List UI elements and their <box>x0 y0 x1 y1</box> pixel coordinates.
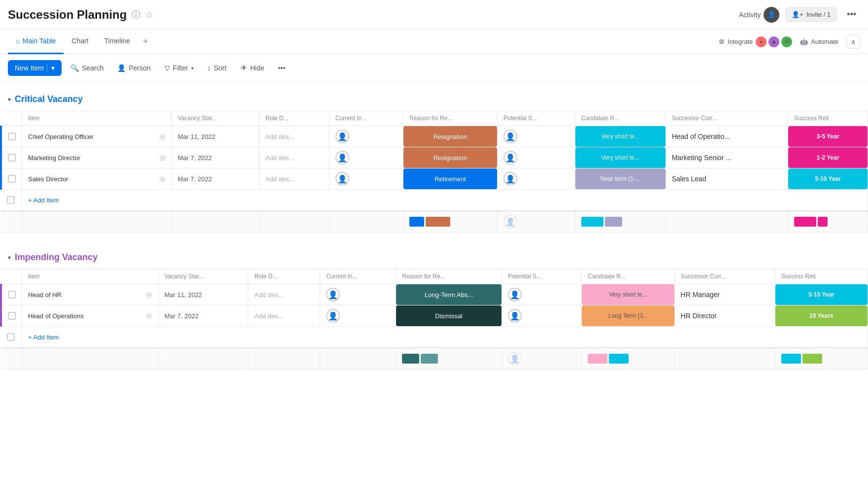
col-successor-curr: Successor Curr... <box>666 111 788 126</box>
invite-icon: 👤+ <box>792 11 803 18</box>
group-title-impending[interactable]: Impending Vacancy <box>15 252 98 263</box>
col-vacancy-start: Vacancy Star... <box>158 269 248 284</box>
star-icon[interactable]: ☆ <box>145 9 153 20</box>
summary-role <box>248 348 320 369</box>
impending-table: Item Vacancy Star... Role D... Current I… <box>0 268 868 369</box>
add-subitem-icon[interactable]: ⊕ <box>146 311 152 321</box>
row-checkbox[interactable] <box>7 333 15 341</box>
sort-button[interactable]: ↕ Sort <box>202 61 232 75</box>
success-reti-cell: 3-5 Year <box>788 126 868 147</box>
success-reti-badge[interactable]: 5-10 Year <box>775 284 868 305</box>
hide-label: Hide <box>250 64 265 72</box>
reason-cell: Dismissal <box>396 305 502 327</box>
new-item-button[interactable]: New Item ▾ <box>8 60 62 76</box>
group-header-critical: ▾ Critical Vacancy <box>0 90 868 110</box>
add-item-button[interactable]: + Add Item <box>22 197 868 204</box>
person-button[interactable]: 👤 Person <box>112 61 155 75</box>
home-icon: ⌂ <box>16 37 20 45</box>
reason-badge[interactable]: Dismissal <box>396 305 501 326</box>
activity-button[interactable]: Activity 👤 <box>739 7 779 23</box>
filter-label: Filter <box>173 64 188 72</box>
row-checkbox[interactable] <box>8 133 16 140</box>
group-collapse-critical[interactable]: ▾ <box>8 96 11 103</box>
role-desc[interactable]: Add des... <box>266 133 295 140</box>
success-reti-badge[interactable]: 1-2 Year <box>788 147 868 168</box>
success-reti-cell: 5-10 Year <box>788 168 868 190</box>
row-checkbox[interactable] <box>7 196 15 204</box>
add-subitem-icon[interactable]: ⊕ <box>159 153 166 163</box>
add-subitem-icon[interactable]: ⊕ <box>159 132 166 141</box>
col-candidate-r: Candidate R... <box>582 269 674 284</box>
candidate-badge[interactable]: Very short te... <box>582 284 674 305</box>
table-row: Head of Operations ⊕ Mar 7, 2022 Add des… <box>1 305 868 327</box>
current-in-cell: 👤 <box>329 126 403 147</box>
int-icon-2: ◆ <box>768 36 779 47</box>
hide-button[interactable]: 👁 Hide <box>235 61 269 75</box>
potential-person: 👤 <box>508 288 522 302</box>
filter-icon: ▽ <box>165 64 170 72</box>
check-cell <box>1 126 22 147</box>
add-item-button[interactable]: + Add Item <box>22 334 868 341</box>
filter-button[interactable]: ▽ Filter ▾ <box>160 61 199 75</box>
row-checkbox[interactable] <box>8 312 16 320</box>
success-reti-badge[interactable]: 10 Years <box>775 305 868 326</box>
potential-s-cell: 👤 <box>497 147 575 168</box>
table-row: Sales Director ⊕ Mar 7, 2022 Add des... … <box>1 168 868 190</box>
tab-bar-left: ⌂ Main Table Chart Timeline + <box>8 30 719 54</box>
tab-main-table[interactable]: ⌂ Main Table <box>8 30 64 54</box>
potential-s-cell: 👤 <box>497 126 575 147</box>
success-reti-badge[interactable]: 3-5 Year <box>788 126 868 147</box>
mini-badge <box>781 354 801 364</box>
search-button[interactable]: 🔍 Search <box>66 61 108 75</box>
summary-candidate <box>582 348 674 369</box>
summary-row: 👤 <box>1 348 868 369</box>
row-checkbox[interactable] <box>8 175 16 183</box>
tab-chart[interactable]: Chart <box>64 30 96 54</box>
role-desc[interactable]: Add des... <box>266 154 295 162</box>
col-success-reti: Success Reti <box>775 269 868 284</box>
add-subitem-icon[interactable]: ⊕ <box>146 290 152 300</box>
candidate-r-cell: Very short te... <box>582 284 674 305</box>
role-desc[interactable]: Add des... <box>266 175 295 183</box>
hide-icon: 👁 <box>240 64 247 72</box>
invite-button[interactable]: 👤+ Invite / 1 <box>785 7 837 22</box>
group-collapse-impending[interactable]: ▾ <box>8 254 11 261</box>
avatar: 👤 <box>764 7 779 23</box>
tab-timeline[interactable]: Timeline <box>97 30 138 54</box>
tab-bar: ⌂ Main Table Chart Timeline + ⚙ Integrat… <box>0 30 868 54</box>
group-title-critical[interactable]: Critical Vacancy <box>15 94 83 104</box>
candidate-summary-badges <box>581 217 622 227</box>
integrate-button[interactable]: ⚙ Integrate ● ◆ M <box>719 36 792 47</box>
current-in-cell: 👤 <box>320 305 396 327</box>
info-icon[interactable]: ⓘ <box>132 9 140 21</box>
col-check <box>1 269 22 284</box>
candidate-badge[interactable]: Very short te... <box>575 126 666 147</box>
candidate-badge[interactable]: Long Term (3... <box>582 305 674 326</box>
success-reti-badge[interactable]: 5-10 Year <box>788 168 868 189</box>
collapse-button[interactable]: ∧ <box>846 35 860 49</box>
critical-header-row: Item Vacancy Star... Role D... Current I… <box>1 111 868 126</box>
role-desc[interactable]: Add des... <box>254 312 283 320</box>
reason-badge[interactable]: Long-Term Abs... <box>396 284 501 305</box>
row-checkbox[interactable] <box>8 291 16 299</box>
col-reason: Reason for Re... <box>403 111 498 126</box>
col-potential-s: Potential S... <box>497 111 575 126</box>
content-area: ▾ Critical Vacancy Item Vacancy Star... … <box>0 82 868 393</box>
automate-button[interactable]: 🤖 Automate <box>800 38 838 45</box>
add-subitem-icon[interactable]: ⊕ <box>159 174 166 184</box>
reason-badge[interactable]: Retirement <box>403 168 497 189</box>
role-desc[interactable]: Add des... <box>254 291 283 299</box>
candidate-badge[interactable]: Near term (1-... <box>575 168 666 189</box>
summary-name <box>22 348 159 369</box>
header-more-button[interactable]: ••• <box>843 7 860 22</box>
row-checkbox[interactable] <box>8 154 16 162</box>
tab-timeline-label: Timeline <box>104 37 130 45</box>
reason-badge[interactable]: Resignation <box>403 126 497 147</box>
toolbar-more-button[interactable]: ••• <box>273 61 290 75</box>
summary-vacancy <box>158 348 248 369</box>
new-item-chevron: ▾ <box>47 64 55 72</box>
reason-badge[interactable]: Resignation <box>403 147 497 168</box>
tab-add-button[interactable]: + <box>138 30 153 54</box>
candidate-badge[interactable]: Very short te... <box>575 147 666 168</box>
successor-name: Head of Operatio... <box>672 133 730 140</box>
